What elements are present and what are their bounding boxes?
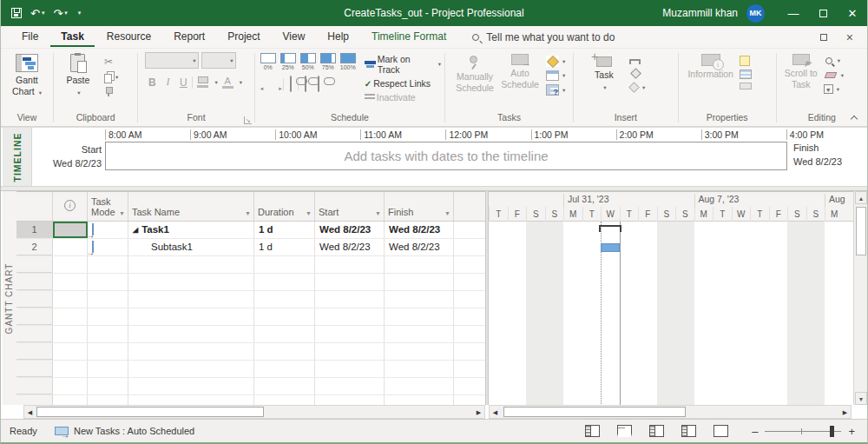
task-usage-view-icon[interactable] — [617, 425, 632, 437]
column-header-start[interactable]: Start▼ — [315, 192, 385, 221]
find-button[interactable]: ▾ — [824, 56, 844, 66]
timeline-band[interactable]: Add tasks with dates to the timeline — [105, 142, 787, 170]
team-planner-view-icon[interactable] — [649, 425, 664, 437]
row-number[interactable] — [16, 361, 53, 377]
move-task-button[interactable]: ▾ — [546, 70, 565, 81]
row-number[interactable]: 2 — [16, 239, 53, 255]
save-button[interactable] — [11, 8, 22, 18]
row-number[interactable] — [16, 395, 53, 405]
respect-links-button[interactable]: ✓ Respect Links — [365, 78, 441, 89]
scroll-to-task-button[interactable]: Scroll to Task — [782, 52, 820, 89]
tab-help[interactable]: Help — [317, 27, 359, 47]
scroll-left-icon[interactable]: ◀ — [24, 407, 36, 417]
minimize-button[interactable]: — — [779, 0, 808, 26]
table-horizontal-scrollbar[interactable]: ◀ ▶ — [23, 405, 485, 419]
paste-button[interactable]: Paste▾ — [57, 52, 99, 96]
column-header-mode[interactable]: Task Mode▼ — [88, 192, 128, 221]
tab-project[interactable]: Project — [217, 27, 270, 47]
cut-button[interactable]: ✂ — [104, 56, 118, 68]
maximize-button[interactable] — [808, 0, 838, 26]
tab-file[interactable]: File — [11, 27, 49, 47]
duration-cell[interactable]: 1 d — [254, 222, 315, 238]
tab-task[interactable]: Task — [50, 27, 94, 47]
tab-view[interactable]: View — [273, 27, 316, 47]
user-name[interactable]: Muzammill khan — [662, 7, 738, 19]
italic-button[interactable]: I — [161, 76, 174, 89]
tab-resource[interactable]: Resource — [96, 27, 161, 47]
background-color-button[interactable] — [197, 76, 208, 88]
report-view-icon[interactable] — [713, 425, 728, 437]
row-number[interactable]: 1 — [16, 222, 53, 238]
insert-milestone-button[interactable] — [629, 68, 645, 79]
column-header-info[interactable]: i — [53, 192, 88, 221]
gantt-chart-button[interactable]: Gantt Chart ▾ — [6, 52, 48, 96]
copy-button[interactable]: ▾ — [104, 71, 118, 83]
scroll-right-icon[interactable]: ▶ — [473, 407, 484, 417]
undo-button[interactable]: ↶▾ — [30, 7, 44, 20]
link-tasks-button[interactable] — [305, 76, 306, 92]
scroll-right-icon[interactable]: ▶ — [839, 407, 851, 417]
insert-summary-button[interactable] — [629, 56, 645, 64]
customize-qat-button[interactable]: ▾ — [76, 10, 82, 17]
display-details-button[interactable] — [740, 70, 752, 79]
percent-complete-100[interactable]: 100% — [340, 53, 356, 70]
start-cell[interactable]: Wed 8/2/23 — [315, 222, 385, 238]
font-dialog-launcher[interactable]: ↘ — [244, 116, 252, 124]
zoom-out-icon[interactable]: – — [752, 425, 758, 438]
row-number[interactable] — [16, 308, 53, 325]
row-number[interactable] — [16, 326, 53, 342]
info-cell[interactable] — [53, 239, 88, 255]
new-tasks-mode-button[interactable]: New Tasks : Auto Scheduled — [55, 426, 194, 436]
filter-dropdown-icon[interactable]: ▼ — [306, 210, 312, 217]
font-size-combo[interactable]: ▾ — [201, 52, 236, 69]
inspect-task-button[interactable]: ▾ — [546, 56, 565, 67]
row-number[interactable] — [16, 378, 53, 394]
collapse-ribbon-button[interactable] — [850, 114, 858, 123]
scroll-left-icon[interactable]: ◀ — [490, 407, 501, 417]
avatar[interactable]: MK — [746, 4, 765, 23]
add-to-timeline-button[interactable] — [740, 83, 752, 89]
redo-button[interactable]: ↷▾ — [53, 7, 67, 20]
insert-task-button[interactable]: Task▾ — [586, 52, 622, 91]
bold-button[interactable]: B — [145, 76, 159, 89]
resource-sheet-view-icon[interactable] — [681, 425, 696, 437]
zoom-in-icon[interactable]: + — [848, 425, 855, 438]
clear-button[interactable]: ▾ — [824, 70, 844, 81]
tab-report[interactable]: Report — [163, 27, 215, 47]
task-bar[interactable] — [601, 243, 620, 252]
duration-cell[interactable]: 1 d — [254, 239, 315, 255]
mark-on-track-button[interactable]: Mark on Track▾ — [365, 54, 441, 75]
font-color-button[interactable]: A — [222, 76, 233, 89]
auto-schedule-button[interactable]: Auto Schedule — [497, 52, 542, 89]
column-header-name[interactable]: Task Name▼ — [128, 192, 254, 221]
unlink-tasks-button[interactable] — [318, 76, 319, 92]
column-header-finish[interactable]: Finish▼ — [385, 192, 454, 221]
column-header-duration[interactable]: Duration▼ — [254, 192, 315, 221]
task-mode-cell[interactable] — [88, 222, 128, 238]
finish-cell[interactable]: Wed 8/2/23 — [385, 239, 454, 255]
information-button[interactable]: Information — [686, 52, 736, 80]
zoom-track[interactable] — [765, 431, 841, 432]
split-task-button[interactable] — [290, 76, 292, 92]
percent-complete-0[interactable]: 0% — [260, 53, 276, 70]
gantt-chart-view-icon[interactable] — [585, 425, 600, 437]
gantt-chart-pane-label[interactable]: GANTT CHART — [3, 191, 16, 405]
percent-complete-75[interactable]: 75% — [320, 53, 336, 70]
format-painter-button[interactable] — [104, 87, 118, 96]
restore-ribbon-icon[interactable] — [820, 34, 827, 41]
close-button[interactable]: ✕ — [838, 0, 867, 26]
zoom-slider[interactable]: – + — [752, 425, 855, 438]
insert-deliverable-button[interactable]: ▾ — [629, 83, 645, 92]
gantt-body[interactable] — [489, 222, 855, 405]
inactivate-button[interactable]: Inactivate — [365, 92, 441, 103]
close-ribbon-icon[interactable]: × — [846, 31, 853, 43]
filter-dropdown-icon[interactable]: ▼ — [444, 210, 450, 217]
percent-complete-25[interactable]: 25% — [280, 53, 296, 70]
percent-complete-50[interactable]: 50% — [300, 53, 316, 70]
gantt-horizontal-scrollbar[interactable]: ◀ ▶ — [489, 405, 852, 419]
filter-dropdown-icon[interactable]: ▼ — [245, 210, 251, 217]
scroll-up-icon[interactable]: ▲ — [855, 191, 867, 204]
finish-cell[interactable]: Wed 8/2/23 — [385, 222, 454, 238]
manually-schedule-button[interactable]: Manually Schedule — [452, 52, 497, 93]
task-mode-button[interactable]: ▾ — [546, 84, 565, 96]
